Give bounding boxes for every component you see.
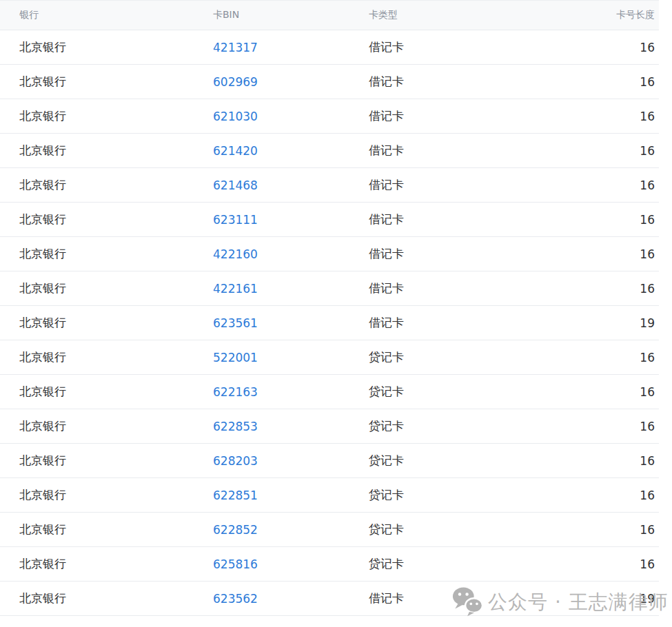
table-row: 北京银行622853贷记卡16 xyxy=(0,409,659,444)
bin-link[interactable]: 622853 xyxy=(213,420,258,433)
table-row: 北京银行622851贷记卡16 xyxy=(0,478,659,513)
bin-cell: 622163 xyxy=(207,375,362,409)
bin-cell: 628203 xyxy=(207,444,362,478)
bin-link[interactable]: 623562 xyxy=(213,592,258,606)
bin-cell: 622852 xyxy=(207,513,362,547)
card-length-cell: 16 xyxy=(572,99,659,134)
card-type-cell: 借记卡 xyxy=(362,306,572,340)
bin-cell: 622853 xyxy=(207,409,362,444)
bin-cell: 623111 xyxy=(207,203,362,237)
table-row: 北京银行421317借记卡16 xyxy=(0,30,659,65)
table-row: 北京银行628203贷记卡16 xyxy=(0,444,659,478)
bin-link[interactable]: 422160 xyxy=(213,247,258,261)
card-type-cell: 借记卡 xyxy=(362,582,572,616)
bin-link[interactable]: 422161 xyxy=(213,282,258,296)
table-row: 北京银行522001贷记卡16 xyxy=(0,340,659,375)
bin-cell: 422160 xyxy=(207,237,362,271)
bin-cell: 421317 xyxy=(207,30,362,65)
table-row: 北京银行422160借记卡16 xyxy=(0,237,659,271)
card-type-cell: 贷记卡 xyxy=(362,375,572,409)
table-row: 北京银行621468借记卡16 xyxy=(0,168,659,203)
bank-cell: 北京银行 xyxy=(0,306,207,340)
bank-cell: 北京银行 xyxy=(0,237,207,271)
bank-cell: 北京银行 xyxy=(0,478,207,513)
card-length-cell: 16 xyxy=(572,409,659,444)
col-header-bank: 银行 xyxy=(0,1,207,30)
card-bin-table: 银行 卡BIN 卡类型 卡号长度 北京银行421317借记卡16北京银行6029… xyxy=(0,0,659,616)
bin-cell: 422161 xyxy=(207,271,362,306)
bin-cell: 623561 xyxy=(207,306,362,340)
table-row: 北京银行621420借记卡16 xyxy=(0,134,659,168)
bin-link[interactable]: 622163 xyxy=(213,385,258,399)
bank-cell: 北京银行 xyxy=(0,409,207,444)
card-length-cell: 16 xyxy=(572,134,659,168)
bin-link[interactable]: 421317 xyxy=(213,41,258,54)
bank-cell: 北京银行 xyxy=(0,513,207,547)
bin-link[interactable]: 628203 xyxy=(213,454,258,468)
card-type-cell: 借记卡 xyxy=(362,134,572,168)
card-type-cell: 借记卡 xyxy=(362,65,572,99)
bank-cell: 北京银行 xyxy=(0,168,207,203)
bin-link[interactable]: 622852 xyxy=(213,523,258,537)
bin-cell: 621420 xyxy=(207,134,362,168)
bank-cell: 北京银行 xyxy=(0,271,207,306)
bin-link[interactable]: 522001 xyxy=(213,351,258,364)
card-length-cell: 16 xyxy=(572,271,659,306)
bin-cell: 623562 xyxy=(207,582,362,616)
card-type-cell: 贷记卡 xyxy=(362,547,572,582)
bin-cell: 621468 xyxy=(207,168,362,203)
card-length-cell: 16 xyxy=(572,547,659,582)
bin-link[interactable]: 623561 xyxy=(213,316,258,330)
table-row: 北京银行623111借记卡16 xyxy=(0,203,659,237)
bin-cell: 621030 xyxy=(207,99,362,134)
header-row: 银行 卡BIN 卡类型 卡号长度 xyxy=(0,1,659,30)
table-row: 北京银行422161借记卡16 xyxy=(0,271,659,306)
card-length-cell: 16 xyxy=(572,375,659,409)
bin-cell: 522001 xyxy=(207,340,362,375)
card-length-cell: 16 xyxy=(572,237,659,271)
card-type-cell: 贷记卡 xyxy=(362,513,572,547)
bin-link[interactable]: 621030 xyxy=(213,110,258,123)
table-row: 北京银行625816贷记卡16 xyxy=(0,547,659,582)
card-type-cell: 借记卡 xyxy=(362,271,572,306)
bank-cell: 北京银行 xyxy=(0,30,207,65)
col-header-card-length: 卡号长度 xyxy=(572,1,659,30)
card-length-cell: 16 xyxy=(572,65,659,99)
card-type-cell: 借记卡 xyxy=(362,168,572,203)
card-length-cell: 16 xyxy=(572,340,659,375)
card-length-cell: 16 xyxy=(572,513,659,547)
bin-link[interactable]: 625816 xyxy=(213,557,258,571)
card-type-cell: 借记卡 xyxy=(362,99,572,134)
bin-cell: 625816 xyxy=(207,547,362,582)
card-length-cell: 16 xyxy=(572,168,659,203)
table-row: 北京银行602969借记卡16 xyxy=(0,65,659,99)
card-length-cell: 16 xyxy=(572,444,659,478)
table-row: 北京银行622852贷记卡16 xyxy=(0,513,659,547)
bank-cell: 北京银行 xyxy=(0,375,207,409)
card-type-cell: 借记卡 xyxy=(362,237,572,271)
table-row: 北京银行623561借记卡19 xyxy=(0,306,659,340)
bank-cell: 北京银行 xyxy=(0,547,207,582)
bin-cell: 602969 xyxy=(207,65,362,99)
bin-link[interactable]: 622851 xyxy=(213,489,258,502)
bin-link[interactable]: 621468 xyxy=(213,178,258,192)
table-row: 北京银行623562借记卡19 xyxy=(0,582,659,616)
card-type-cell: 贷记卡 xyxy=(362,478,572,513)
card-length-cell: 16 xyxy=(572,30,659,65)
bin-cell: 622851 xyxy=(207,478,362,513)
bin-link[interactable]: 602969 xyxy=(213,75,258,89)
bank-cell: 北京银行 xyxy=(0,99,207,134)
card-length-cell: 16 xyxy=(572,203,659,237)
bin-link[interactable]: 623111 xyxy=(213,213,258,227)
bank-cell: 北京银行 xyxy=(0,134,207,168)
card-type-cell: 贷记卡 xyxy=(362,340,572,375)
col-header-card-type: 卡类型 xyxy=(362,1,572,30)
card-length-cell: 16 xyxy=(572,478,659,513)
bank-cell: 北京银行 xyxy=(0,203,207,237)
bank-cell: 北京银行 xyxy=(0,582,207,616)
bin-link[interactable]: 621420 xyxy=(213,144,258,158)
card-type-cell: 借记卡 xyxy=(362,30,572,65)
bank-cell: 北京银行 xyxy=(0,65,207,99)
table-row: 北京银行621030借记卡16 xyxy=(0,99,659,134)
bank-cell: 北京银行 xyxy=(0,340,207,375)
